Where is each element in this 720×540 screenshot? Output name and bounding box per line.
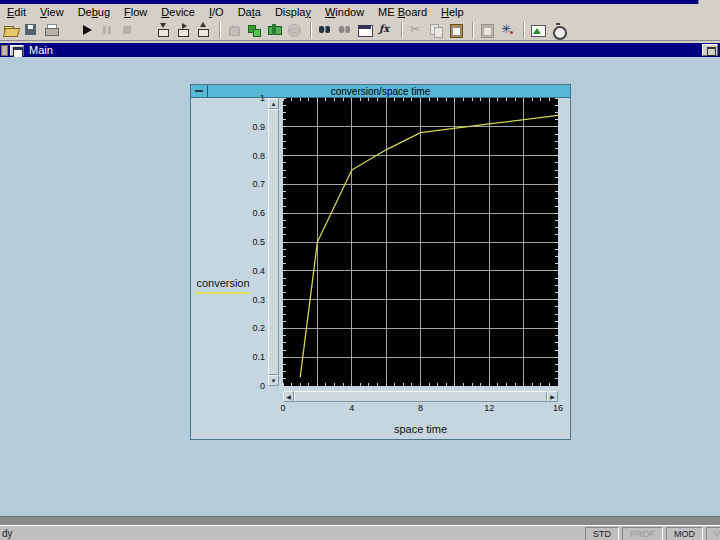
y-tick-label: 0.2 (231, 323, 265, 333)
properties-button[interactable] (356, 20, 376, 40)
pause-icon (99, 22, 115, 38)
web-button[interactable] (285, 20, 305, 40)
x-tick-label: 4 (340, 403, 364, 413)
paste-link-button[interactable] (478, 20, 498, 40)
conversion-curve-chart (283, 98, 558, 386)
plot-area[interactable] (283, 98, 558, 386)
series-legend-color-line (195, 292, 250, 294)
props-icon (357, 22, 373, 38)
y-tick-label: 0 (231, 381, 265, 391)
timer-button[interactable] (549, 20, 569, 40)
toolbar-separator (523, 22, 524, 38)
print-icon (43, 22, 59, 38)
toolbar-separator (401, 22, 402, 38)
y-tick-label: 0.8 (231, 151, 265, 161)
blocks-icon (246, 22, 262, 38)
snapshot-button[interactable] (529, 20, 549, 40)
stop-button[interactable] (118, 20, 138, 40)
globe-icon (286, 22, 302, 38)
find-button[interactable] (316, 20, 336, 40)
scroll-up-button[interactable]: ▲ (268, 98, 279, 109)
vertical-scroll-thumb[interactable] (268, 109, 279, 375)
snow-icon (499, 22, 515, 38)
hand-icon (226, 22, 242, 38)
folder-icon (3, 22, 19, 38)
menu-me-board[interactable]: ME Board (371, 5, 434, 19)
series-legend-label: conversion (194, 277, 252, 289)
timer-icon (550, 22, 566, 38)
toolbar-separator (310, 22, 311, 38)
x-tick-label: 16 (546, 403, 570, 413)
scroll-left-button[interactable]: ◀ (283, 391, 294, 402)
find-icon (317, 22, 333, 38)
step-over-button[interactable] (174, 20, 194, 40)
plot-horizontal-scrollbar[interactable]: ◀ ▶ (283, 391, 558, 402)
open-button[interactable] (2, 20, 22, 40)
menu-view[interactable]: View (33, 5, 71, 19)
snap-button[interactable] (498, 20, 518, 40)
scroll-right-button[interactable]: ▶ (547, 391, 558, 402)
main-window-title: Main (29, 44, 53, 56)
menu-data[interactable]: Data (231, 5, 268, 19)
status-vp: VP (706, 527, 720, 540)
menu-i-o[interactable]: I/O (202, 5, 231, 19)
step-out-button[interactable] (194, 20, 214, 40)
horizontal-scroll-thumb[interactable] (294, 391, 547, 402)
y-tick-label: 0.7 (231, 179, 265, 189)
menu-bar: EditViewDebugFlowDeviceI/ODataDisplayWin… (0, 4, 720, 19)
menu-display[interactable]: Display (268, 5, 318, 19)
y-tick-label: 0.1 (231, 352, 265, 362)
status-bar: dy STDPROFMODVP (0, 526, 720, 540)
find-next-button[interactable] (336, 20, 356, 40)
plot-window[interactable]: conversion/space time 10.90.80.70.60.50.… (190, 84, 571, 440)
add-component-button[interactable] (265, 20, 285, 40)
y-tick-label: 0.6 (231, 208, 265, 218)
y-tick-label: 0.5 (231, 237, 265, 247)
app-screen: EditViewDebugFlowDeviceI/ODataDisplayWin… (0, 0, 720, 540)
y-tick-label: 0.9 (231, 122, 265, 132)
x-tick-label: 0 (271, 403, 295, 413)
status-prof: PROF (622, 527, 663, 540)
menu-device[interactable]: Device (154, 5, 202, 19)
plot-minimize-button[interactable] (191, 85, 208, 97)
y-tick-label: 1 (231, 93, 265, 103)
save-button[interactable] (22, 20, 42, 40)
image-icon (530, 22, 546, 38)
menu-debug[interactable]: Debug (71, 5, 117, 19)
paste-button[interactable] (447, 20, 467, 40)
menu-window[interactable]: Window (318, 5, 371, 19)
menu-flow[interactable]: Flow (117, 5, 154, 19)
step-button[interactable] (154, 20, 174, 40)
stepout-icon (195, 22, 211, 38)
paste-icon (479, 22, 495, 38)
menu-edit[interactable]: Edit (0, 5, 33, 19)
x-axis-tick-labels: 0481216 (283, 403, 558, 413)
conversion-trace (300, 115, 558, 377)
toolbar-separator (472, 22, 473, 38)
plot-vertical-scrollbar[interactable]: ▲ ▼ (268, 98, 279, 386)
scroll-down-button[interactable]: ▼ (268, 375, 279, 386)
menu-help[interactable]: Help (434, 5, 471, 19)
pan-hand-button[interactable] (225, 20, 245, 40)
stepin-icon (155, 22, 171, 38)
x-tick-label: 12 (477, 403, 501, 413)
x-tick-label: 8 (409, 403, 433, 413)
toolbar-separator (219, 22, 220, 38)
child-window-icon[interactable] (10, 45, 24, 56)
cut-button[interactable] (407, 20, 427, 40)
copy-blocks-button[interactable] (245, 20, 265, 40)
app-icon (1, 45, 8, 56)
print-button[interactable] (42, 20, 62, 40)
status-indicator-cells: STDPROFMODVP (585, 527, 720, 540)
pause-button[interactable] (98, 20, 118, 40)
copy-button[interactable] (427, 20, 447, 40)
stepover-icon (175, 22, 191, 38)
status-text: dy (2, 528, 13, 539)
status-mod: MOD (666, 527, 703, 540)
chip-icon (266, 22, 282, 38)
run-button[interactable] (78, 20, 98, 40)
main-window-titlebar[interactable]: Main (0, 43, 720, 57)
expression-button[interactable] (376, 20, 396, 40)
play-icon (79, 22, 95, 38)
restore-button[interactable] (702, 44, 718, 56)
